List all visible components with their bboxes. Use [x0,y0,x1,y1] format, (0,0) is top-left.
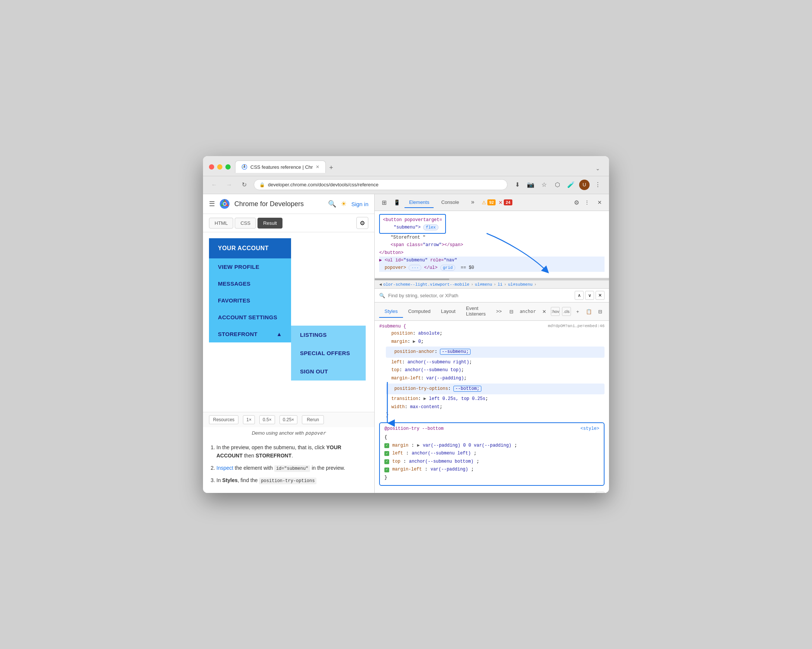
event-listeners-tab[interactable]: Event Listeners [461,303,491,320]
ellipsis-chip: ··· [409,265,421,271]
checkbox-top[interactable]: ✓ [385,459,389,464]
copy-style-icon[interactable]: 📋 [585,307,593,316]
scale-025x-button[interactable]: 0.25× [279,415,298,424]
tab-close-button[interactable]: ✕ [316,164,319,170]
menu-icon[interactable]: ⋮ [592,180,603,190]
computed-tab[interactable]: Computed [403,305,436,318]
devtools-more-icon[interactable]: ⋮ [582,197,592,207]
avatar[interactable]: U [579,180,589,190]
code-settings-button[interactable]: ⚙ [356,217,368,229]
listings-item[interactable]: LISTINGS [291,326,366,344]
breadcrumb-item-3[interactable]: li [498,282,502,287]
position-try-code: position-try-options [259,478,316,484]
devtools-close-icon[interactable]: ✕ [595,197,604,207]
filter-close-button[interactable]: ✕ [595,291,604,300]
css-tab[interactable]: CSS [235,218,256,228]
device-toolbar-icon[interactable]: 📱 [392,197,401,207]
camera-off-icon[interactable]: 📷 [525,180,536,190]
position-try-value: --bottom; [453,386,481,392]
html-tab[interactable]: HTML [209,218,233,228]
scale-1x-button[interactable]: 1× [243,415,255,424]
close-button[interactable] [209,164,214,170]
more-tabs-button[interactable]: » [467,196,479,208]
css-selector: #submenu { [379,324,406,329]
submenu-id-code: id="submenu" [274,465,310,472]
clear-filter-icon[interactable]: ✕ [540,307,548,316]
sign-out-item[interactable]: SIGN OUT [291,362,366,381]
breadcrumb-item-2[interactable]: ul#menu [475,282,492,287]
view-profile-item[interactable]: VIEW PROFILE [209,259,291,275]
add-style-icon[interactable]: + [573,307,582,316]
more-style-tabs[interactable]: >> [491,305,507,318]
bookmark-icon[interactable]: ☆ [539,180,549,190]
add-rule-container: + [379,489,604,493]
browser-window: CSS features reference | Chr ✕ + ⌄ ← → ↻… [203,156,609,493]
reload-button[interactable]: ↻ [239,180,249,190]
error-badge: ✕ 24 [499,199,512,205]
rerun-button[interactable]: Rerun [302,415,324,424]
breadcrumb-item-4[interactable]: ul#submenu [508,282,533,287]
instruction-1: In the preview, open the submenu, that i… [217,443,368,460]
filter-input[interactable] [388,293,572,298]
css-panel: #submenu { mdYdpOM?ani…pe=embed:46 posit… [375,321,609,493]
result-tab[interactable]: Result [258,218,282,228]
storefront-item[interactable]: STOREFRONT ▲ [209,326,291,343]
favorites-item[interactable]: FAVORITES [209,292,291,309]
styles-tab[interactable]: Styles [379,305,403,318]
download-icon[interactable]: ⬇ [512,180,522,190]
filter-funnel-icon[interactable]: ⊟ [507,307,516,316]
at-rule-source[interactable]: <style> [581,426,599,431]
instruction-2: Inspect the element with id="submenu" in… [217,464,368,472]
styles-tabs: Styles Computed Layout Event Listeners >… [375,303,609,321]
search-icon[interactable]: 🔍 [328,200,336,208]
theme-toggle-icon[interactable]: ☀ [341,200,346,208]
your-account-button[interactable]: YOUR ACCOUNT [209,238,291,259]
tabs-row: CSS features reference | Chr ✕ + ⌄ [235,161,603,173]
tab-expand-button[interactable]: ⌄ [592,164,603,173]
account-settings-item[interactable]: ACCOUNT SETTINGS [209,309,291,326]
filter-up-button[interactable]: ∧ [575,291,584,300]
toolbar-icons: ⬇ 📷 ☆ ⬡ 🧪 U ⋮ [512,180,603,190]
breadcrumb-item-1[interactable]: olor-scheme--light.viewport--mobile [383,282,469,287]
fullscreen-button[interactable] [225,164,230,170]
extension-icon[interactable]: ⬡ [552,180,563,190]
panel-divider [375,278,609,280]
minimize-button[interactable] [217,164,223,170]
add-rule-button[interactable]: + [595,492,604,493]
checkbox-margin-left[interactable]: ✓ [385,467,389,472]
labs-icon[interactable]: 🧪 [566,180,576,190]
chrome-dev-header: ☰ Chrome for Developers 🔍 ☀ Sign in [203,194,374,214]
checkbox-left[interactable]: ✓ [385,451,389,456]
inspect-element-icon[interactable]: ⊞ [379,197,389,207]
sign-in-button[interactable]: Sign in [351,201,368,207]
devtools-settings-icon[interactable]: ⚙ [574,199,579,206]
styles-bold: Styles [223,477,238,483]
submenu: LISTINGS SPECIAL OFFERS SIGN OUT [291,326,366,381]
checkbox-margin[interactable]: ✓ [385,443,389,448]
demo-caption: Demo using anchor with popover [203,427,374,439]
pseudo-hov-button[interactable]: :hov [551,307,560,316]
hamburger-menu-icon[interactable]: ☰ [209,200,215,208]
console-tab[interactable]: Console [437,197,464,208]
html-line-4: <span class="arrow"></span> [379,241,604,249]
layout-tab[interactable]: Layout [436,305,461,318]
breadcrumb-bar: ◀ olor-scheme--light.viewport--mobile › … [375,280,609,289]
active-tab[interactable]: CSS features reference | Chr ✕ [235,161,326,173]
chrome-dev-title: Chrome for Developers [234,200,324,208]
resources-label[interactable]: Resources [209,415,238,424]
toggle-sidebar-icon[interactable]: ⊟ [595,307,604,316]
new-tab-button[interactable]: + [326,162,336,173]
inspect-link[interactable]: Inspect [217,465,233,471]
address-input[interactable]: 🔒 developer.chrome.com/docs/devtools/css… [254,179,508,190]
special-offers-item[interactable]: SPECIAL OFFERS [291,344,366,362]
forward-button[interactable]: → [224,180,234,190]
scale-05x-button[interactable]: 0.5× [259,415,275,424]
url-display: developer.chrome.com/docs/devtools/css/r… [268,182,379,187]
cls-button[interactable]: .cls [562,307,571,316]
filter-down-button[interactable]: ∨ [585,291,594,300]
back-button[interactable]: ← [209,180,220,190]
messages-item[interactable]: MESSAGES [209,275,291,292]
scroll-thumb[interactable] [375,279,449,280]
title-bar: CSS features reference | Chr ✕ + ⌄ [203,156,609,176]
elements-tab[interactable]: Elements [404,197,433,208]
